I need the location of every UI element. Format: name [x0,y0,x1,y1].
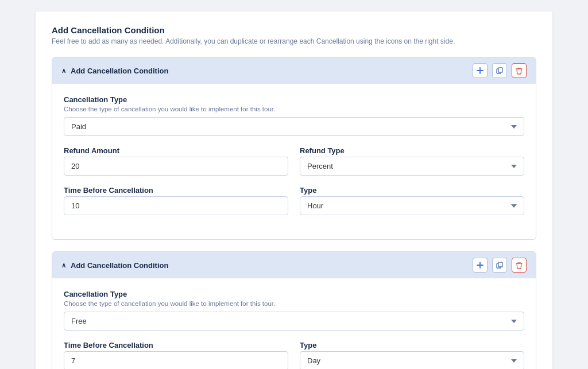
svg-rect-1 [498,68,502,72]
page-title: Add Cancellation Condition [52,25,536,35]
time-before-group-2: Time Before Cancellation [64,341,288,369]
time-before-group-1: Time Before Cancellation [64,186,288,215]
condition-header-left-1: ∧Add Cancellation Condition [61,67,168,75]
refund-amount-label-1: Refund Amount [64,146,288,155]
refund-type-group-1: Refund TypePercentFixed [300,146,524,176]
add-icon-2[interactable] [473,258,488,273]
cancellation-type-select-2[interactable]: PaidFree [64,312,524,331]
condition-header-1: ∧Add Cancellation Condition [52,57,536,84]
cancellation-type-hint-1: Choose the type of cancellation you woul… [64,106,524,112]
condition-block-1: ∧Add Cancellation ConditionCancellation … [52,57,536,240]
chevron-up-icon: ∧ [61,67,66,75]
condition-title-1: Add Cancellation Condition [71,67,168,75]
conditions-container: ∧Add Cancellation ConditionCancellation … [52,57,536,369]
time-type-row-2: Time Before CancellationTypeHourDayWeek [64,341,524,369]
type-group-2: TypeHourDayWeek [300,341,524,369]
time-before-input-1[interactable] [64,196,288,215]
cancellation-type-group-2: Cancellation TypeChoose the type of canc… [64,290,524,331]
time-before-input-2[interactable] [64,351,288,369]
time-type-row-1: Time Before CancellationTypeHourDayWeek [64,186,524,215]
refund-type-label-1: Refund Type [300,146,524,155]
type-group-1: TypeHourDayWeek [300,186,524,215]
page-subtitle: Feel free to add as many as needed. Addi… [52,37,536,45]
add-icon-1[interactable] [473,63,488,78]
refund-type-select-1[interactable]: PercentFixed [300,157,524,176]
type-select-2[interactable]: HourDayWeek [300,351,524,369]
type-select-1[interactable]: HourDayWeek [300,196,524,215]
condition-body-2: Cancellation TypeChoose the type of canc… [52,278,536,369]
condition-actions-1 [473,63,527,78]
copy-icon-1[interactable] [492,63,507,78]
condition-actions-2 [473,258,527,273]
type-label-2: Type [300,341,524,349]
cancellation-type-group-1: Cancellation TypeChoose the type of canc… [64,95,524,136]
condition-block-2: ∧Add Cancellation ConditionCancellation … [52,251,536,369]
refund-amount-input-1[interactable] [64,157,288,176]
cancellation-type-label-1: Cancellation Type [64,95,524,104]
condition-body-1: Cancellation TypeChoose the type of canc… [52,84,536,239]
refund-amount-group-1: Refund Amount [64,146,288,176]
svg-rect-3 [498,262,502,267]
delete-icon-1[interactable] [512,63,527,78]
condition-header-2: ∧Add Cancellation Condition [52,252,536,278]
time-before-label-1: Time Before Cancellation [64,186,288,195]
cancellation-type-select-1[interactable]: PaidFree [64,117,524,136]
cancellation-type-label-2: Cancellation Type [64,290,524,298]
copy-icon-2[interactable] [492,258,507,273]
cancellation-type-hint-2: Choose the type of cancellation you woul… [64,300,524,307]
time-before-label-2: Time Before Cancellation [64,341,288,349]
condition-header-left-2: ∧Add Cancellation Condition [61,261,168,270]
type-label-1: Type [300,186,524,195]
condition-title-2: Add Cancellation Condition [71,261,168,270]
page-container: Add Cancellation Condition Feel free to … [36,11,552,369]
refund-row-1: Refund AmountRefund TypePercentFixed [64,146,524,176]
delete-icon-2[interactable] [512,258,527,273]
chevron-up-icon: ∧ [61,262,66,269]
